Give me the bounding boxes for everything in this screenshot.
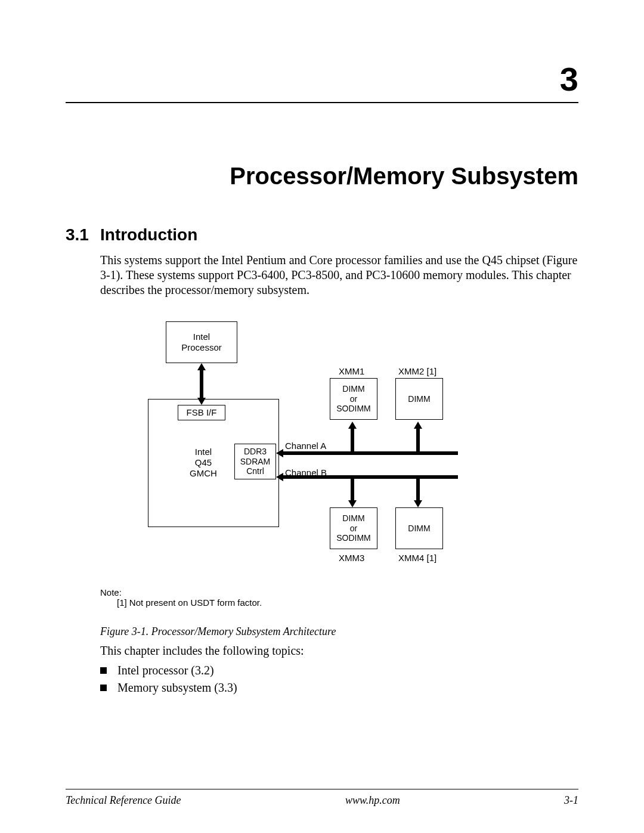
channel-a-line [279, 451, 458, 455]
arrow-up-icon [348, 422, 357, 429]
square-bullet-icon [100, 667, 107, 674]
topic-text: Intel processor (3.2) [117, 664, 214, 677]
dimm-box-xmm2: DIMM [395, 378, 443, 420]
arrow-left-icon [276, 473, 283, 481]
xmm2-label: XMM2 [1] [398, 366, 436, 377]
footer-rule [66, 789, 578, 789]
arrow-left-icon [276, 449, 283, 457]
processor-box: Intel Processor [166, 321, 237, 363]
note-text: [1] Not present on USDT form factor. [117, 597, 578, 608]
intro-paragraph: This systems support the Intel Pentium a… [100, 253, 578, 298]
xmm4-label: XMM4 [1] [398, 553, 436, 563]
ch-b-drop-1 [351, 475, 354, 503]
ch-a-riser-2 [416, 428, 420, 455]
footer-center: www.hp.com [345, 794, 400, 807]
dimm-box-xmm3: DIMM or SODIMM [330, 507, 377, 549]
topic-list: Intel processor (3.2) Memory subsystem (… [100, 664, 578, 695]
stub [454, 451, 458, 455]
note-label: Note: [100, 587, 578, 597]
fsb-if-box: FSB I/F [178, 405, 225, 420]
arrow-down-icon [197, 398, 206, 405]
section-number: 3.1 [66, 225, 100, 244]
dimm-box-xmm4: DIMM [395, 507, 443, 549]
arrow-up-icon [197, 363, 206, 370]
ddr3-cntrl-box: DDR3 SDRAM Cntrl [234, 444, 276, 479]
arrow-up-icon [414, 422, 422, 429]
chapter-number: 3 [66, 60, 578, 98]
ch-b-drop-2 [416, 475, 420, 503]
figure-note: Note: [1] Not present on USDT form facto… [100, 587, 578, 608]
channel-b-line [279, 475, 458, 479]
topics-intro: This chapter includes the following topi… [100, 644, 578, 658]
square-bullet-icon [100, 685, 107, 691]
figure-caption: Figure 3-1. Processor/Memory Subsystem A… [100, 625, 578, 638]
page: 3 Processor/Memory Subsystem 3.1Introduc… [0, 0, 644, 833]
chapter-title: Processor/Memory Subsystem [66, 163, 578, 190]
channel-a-label: Channel A [285, 441, 326, 451]
figure-diagram: Intel Processor FSB I/F Intel Q45 GMCH D… [100, 321, 578, 578]
arrow-down-icon [414, 500, 422, 507]
footer-right: 3-1 [564, 794, 578, 807]
bus-line [200, 369, 203, 400]
gmch-label: Intel Q45 GMCH [190, 447, 217, 479]
xmm3-label: XMM3 [339, 553, 364, 563]
arrow-down-icon [348, 500, 357, 507]
footer-left: Technical Reference Guide [66, 794, 181, 807]
list-item: Intel processor (3.2) [100, 664, 578, 677]
section-heading: 3.1Introduction [66, 225, 578, 244]
page-footer: Technical Reference Guide www.hp.com 3-1 [66, 789, 578, 807]
list-item: Memory subsystem (3.3) [100, 681, 578, 695]
ch-a-riser-1 [351, 428, 354, 455]
top-rule [66, 102, 578, 103]
topic-text: Memory subsystem (3.3) [117, 681, 237, 695]
section-title: Introduction [100, 225, 197, 244]
dimm-box-xmm1: DIMM or SODIMM [330, 378, 377, 420]
xmm1-label: XMM1 [339, 366, 364, 377]
